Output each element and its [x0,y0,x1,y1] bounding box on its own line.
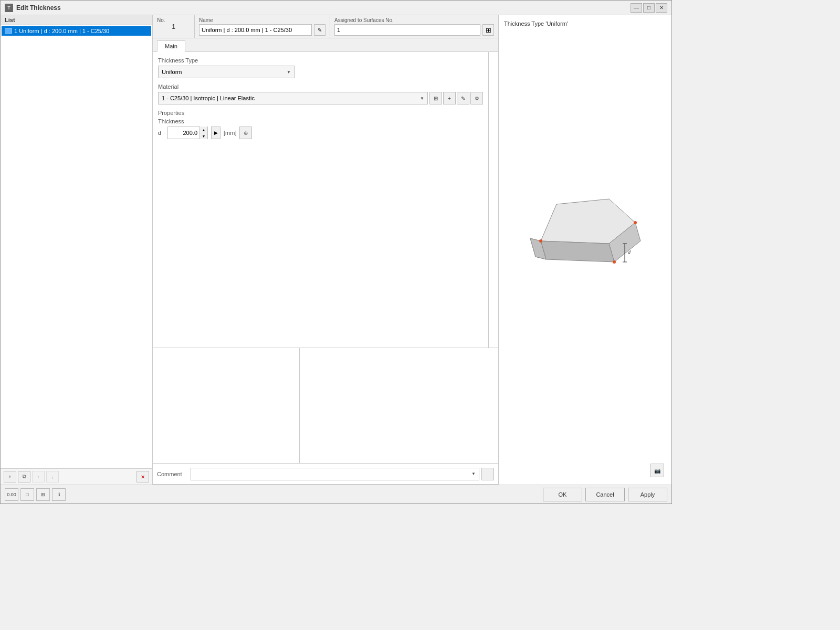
properties-label: Properties [158,110,483,116]
shape-svg: d [525,194,646,299]
assigned-button[interactable]: ⊞ [482,24,494,36]
name-edit-button[interactable]: ✎ [314,24,326,36]
bottom-left-tools: 0.00 □ ⊞ ℹ [5,488,66,501]
material-group: Material 1 - C25/30 | Isotropic | Linear… [158,83,483,104]
comment-dropdown-icon: ▼ [471,471,476,476]
assigned-input[interactable] [334,24,480,36]
close-button[interactable]: ✕ [656,3,667,13]
svg-marker-2 [541,241,614,262]
material-dropdown[interactable]: 1 - C25/30 | Isotropic | Linear Elastic … [158,92,428,104]
material-label: Material [158,83,483,90]
maximize-button[interactable]: □ [643,3,655,13]
material-buttons: ⊞ + ✎ ⚙ [429,92,483,104]
bottom-toolbar: 0.00 □ ⊞ ℹ OK Cancel Apply [1,485,671,503]
bottom-right-panel [300,348,498,463]
thickness-value-input[interactable] [168,127,200,139]
spin-up-button[interactable]: ▲ [200,127,207,133]
add-item-button[interactable]: + [4,471,16,482]
move-down-button[interactable]: ↓ [46,471,59,482]
thickness-type-label: Thickness Type [158,57,483,64]
no-value: 1 [157,23,190,30]
list-item-icon [5,28,12,34]
material-info-button[interactable]: ⚙ [470,92,483,104]
thickness-row: d ▲ ▼ ▶ [mm] ⊕ [158,127,483,139]
main-top-panel: Thickness Type Uniform ▼ Material [153,52,498,348]
main-window: T Edit Thickness — □ ✕ List 1 Uniform | … [0,0,672,504]
name-field-label: Name [199,17,326,23]
svg-point-6 [539,239,542,243]
svg-point-8 [613,260,616,264]
left-panel: List 1 Uniform | d : 200.0 mm | 1 - C25/… [1,15,153,485]
material-value: 1 - C25/30 | Isotropic | Linear Elastic [162,95,255,101]
comment-row: Comment ▼ [153,464,498,485]
thickness-type-value: Uniform [162,69,182,75]
duplicate-button[interactable]: ⧉ [18,471,30,482]
preview-panel [489,52,498,348]
ok-button[interactable]: OK [543,488,582,501]
delete-button[interactable]: ✕ [136,471,149,482]
list-item-label: 1 Uniform | d : 200.0 mm | 1 - C25/30 [14,28,109,34]
thickness-pick-button[interactable]: ⊕ [239,127,252,139]
export-button[interactable]: 📷 [650,464,664,477]
thickness-spinners: ▲ ▼ [200,127,207,139]
main-content: List 1 Uniform | d : 200.0 mm | 1 - C25/… [1,15,671,485]
content-area: Thickness Type Uniform ▼ Material [153,52,498,485]
assigned-section: Assigned to Surfaces No. ⊞ [330,15,498,38]
svg-point-7 [634,221,637,224]
comment-label: Comment [157,471,188,477]
thickness-arrow-button[interactable]: ▶ [211,127,220,139]
middle-panel: No. 1 Name ✎ Assigned to Surfaces No. [153,15,498,485]
surface-tool-button[interactable]: □ [20,488,34,501]
right-panel: Thickness Type 'Uniform' [498,15,671,485]
svg-text:d: d [628,249,631,255]
material-new-button[interactable]: + [443,92,456,104]
info-tool-button[interactable]: ℹ [52,488,66,501]
bottom-left-panel [153,348,300,463]
window-icon: T [5,4,13,12]
comment-button[interactable] [481,468,494,480]
bottom-right-buttons: OK Cancel Apply [543,488,667,501]
thickness-label: Thickness [158,118,483,124]
form-panel: Thickness Type Uniform ▼ Material [153,52,489,348]
material-arrow-icon: ▼ [420,96,424,101]
axis-tool-button[interactable]: ⊞ [36,488,50,501]
bottom-panels [153,348,498,464]
list-item[interactable]: 1 Uniform | d : 200.0 mm | 1 - C25/30 [2,26,151,36]
assigned-label: Assigned to Surfaces No. [334,17,494,23]
dropdown-arrow-icon: ▼ [287,70,291,75]
material-row: 1 - C25/30 | Isotropic | Linear Elastic … [158,92,483,104]
title-bar-left: T Edit Thickness [5,4,61,12]
list-content: 1 Uniform | d : 200.0 mm | 1 - C25/30 [1,25,152,468]
move-up-button[interactable]: ↑ [32,471,45,482]
unit-label: [mm] [224,130,236,136]
apply-button[interactable]: Apply [628,488,667,501]
name-row: No. 1 Name ✎ Assigned to Surfaces No. [153,15,498,38]
material-edit-button[interactable]: ✎ [457,92,469,104]
properties-section: Properties Thickness d ▲ ▼ [158,110,483,139]
no-label: No. [157,17,190,23]
list-header: List [1,15,152,25]
title-controls: — □ ✕ [631,3,667,13]
material-table-button[interactable]: ⊞ [429,92,442,104]
thickness-type-group: Thickness Type Uniform ▼ [158,57,483,78]
thickness-type-dropdown[interactable]: Uniform ▼ [158,66,295,78]
unit-tool-button[interactable]: 0.00 [5,488,18,501]
spin-down-button[interactable]: ▼ [200,133,207,139]
minimize-button[interactable]: — [631,3,642,13]
thickness-type-row: Uniform ▼ [158,66,483,78]
right-panel-title: Thickness Type 'Uniform' [504,20,666,27]
shape-3d-area: d [504,31,666,461]
window-title: Edit Thickness [16,4,61,12]
cancel-button[interactable]: Cancel [585,488,625,501]
no-section: No. 1 [153,15,195,38]
comment-input[interactable]: ▼ [191,468,479,480]
d-label: d [158,130,164,136]
tabs-bar: Main [153,38,498,52]
title-bar: T Edit Thickness — □ ✕ [1,1,671,15]
tab-main[interactable]: Main [157,40,185,52]
name-section: Name ✎ [195,15,330,38]
name-input[interactable] [199,24,312,36]
thickness-input-wrap: ▲ ▼ [167,127,208,139]
left-panel-toolbar: + ⧉ ↑ ↓ ✕ [1,468,152,485]
